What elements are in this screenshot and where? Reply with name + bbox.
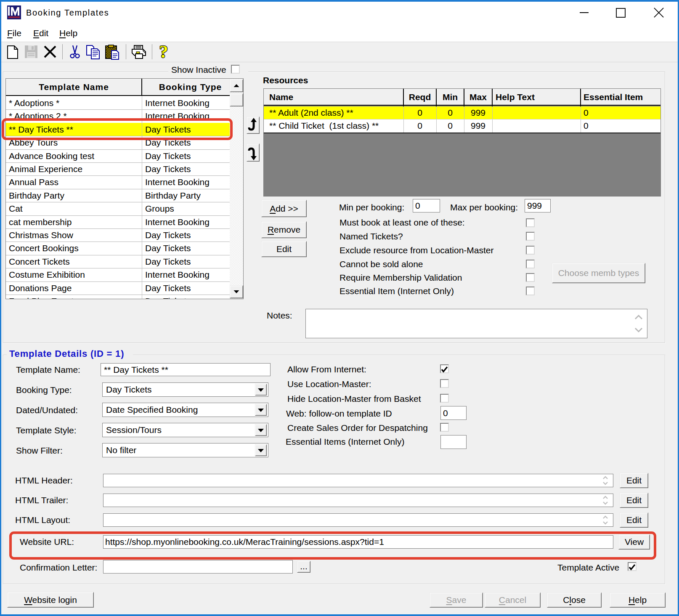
svg-text:?: ?	[159, 43, 168, 61]
